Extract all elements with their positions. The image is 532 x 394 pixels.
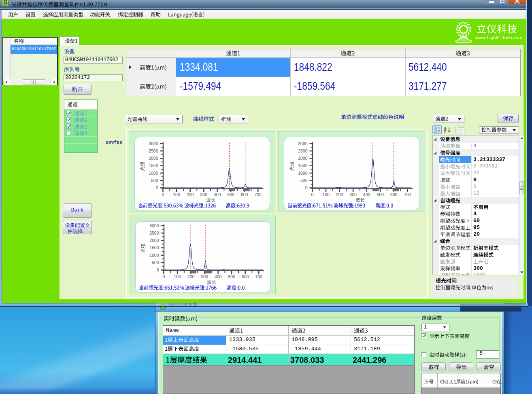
svg-text:2500: 2500 bbox=[149, 231, 159, 235]
svg-text:2500: 2500 bbox=[298, 148, 308, 153]
svg-text:700: 700 bbox=[254, 192, 262, 197]
svg-text:0: 0 bbox=[162, 192, 164, 197]
svg-text:1000: 1000 bbox=[149, 253, 159, 258]
svg-text:0: 0 bbox=[163, 274, 165, 279]
svg-text:2500: 2500 bbox=[149, 148, 158, 153]
svg-text:600: 600 bbox=[241, 192, 248, 197]
svg-text:600: 600 bbox=[242, 274, 249, 279]
svg-text:200: 200 bbox=[336, 192, 343, 197]
svg-text:1000: 1000 bbox=[298, 171, 308, 176]
svg-text:400: 400 bbox=[214, 192, 221, 197]
svg-text:500: 500 bbox=[228, 274, 235, 279]
svg-text:2000: 2000 bbox=[298, 156, 308, 161]
svg-text:100: 100 bbox=[322, 192, 330, 197]
svg-text:3000: 3000 bbox=[149, 223, 159, 228]
svg-text:200: 200 bbox=[187, 192, 194, 197]
svg-text:100: 100 bbox=[174, 274, 181, 279]
svg-text:2000: 2000 bbox=[149, 238, 159, 243]
svg-text:1500: 1500 bbox=[149, 163, 158, 168]
svg-text:2000: 2000 bbox=[149, 156, 158, 161]
svg-text:400: 400 bbox=[215, 274, 222, 279]
svg-text:1500: 1500 bbox=[298, 163, 308, 168]
svg-text:700: 700 bbox=[255, 274, 262, 279]
svg-text:Z: Z bbox=[444, 130, 446, 133]
svg-text:700: 700 bbox=[404, 192, 411, 197]
svg-text:3000: 3000 bbox=[149, 141, 158, 146]
svg-text:300: 300 bbox=[201, 274, 208, 279]
svg-text:0: 0 bbox=[156, 185, 158, 190]
svg-text:0: 0 bbox=[311, 192, 314, 197]
svg-text:600: 600 bbox=[390, 192, 398, 197]
svg-text:500: 500 bbox=[151, 178, 158, 183]
svg-text:3000: 3000 bbox=[298, 141, 308, 146]
svg-text:300: 300 bbox=[200, 192, 207, 197]
svg-text:500: 500 bbox=[152, 260, 159, 265]
svg-text:0: 0 bbox=[305, 185, 308, 190]
svg-text:100: 100 bbox=[173, 192, 180, 197]
svg-text:200: 200 bbox=[187, 274, 195, 279]
svg-text:400: 400 bbox=[363, 192, 370, 197]
svg-text:0: 0 bbox=[157, 267, 159, 272]
svg-text:1000: 1000 bbox=[149, 171, 158, 176]
svg-text:1500: 1500 bbox=[149, 245, 159, 250]
svg-text:500: 500 bbox=[377, 192, 384, 197]
svg-text:500: 500 bbox=[227, 192, 234, 197]
svg-text:500: 500 bbox=[300, 178, 308, 183]
svg-text:300: 300 bbox=[349, 192, 357, 197]
